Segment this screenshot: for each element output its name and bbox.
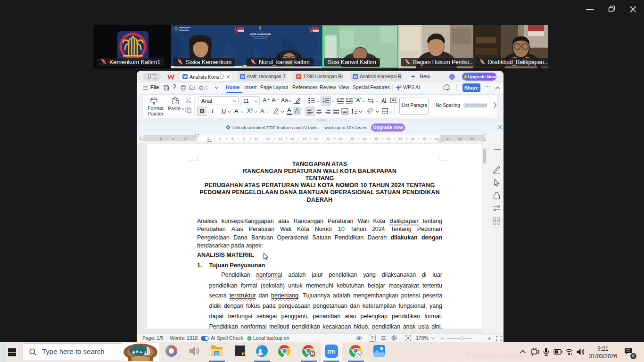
svg-text:RAPAT HARMONISASI: RAPAT HARMONISASI (250, 33, 271, 35)
svg-text:W: W (354, 74, 357, 79)
svg-text:W: W (183, 74, 187, 79)
svg-text:KEMENTERIAN HUKUM RI: KEMENTERIAN HUKUM RI (253, 31, 267, 33)
svg-text:P: P (297, 74, 300, 79)
svg-text:W: W (241, 74, 245, 79)
